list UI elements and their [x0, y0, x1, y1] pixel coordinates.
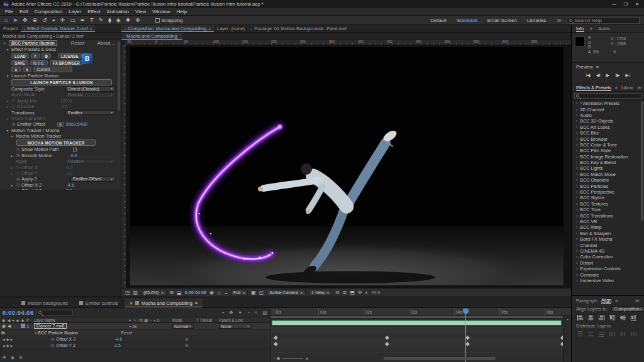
quality-icon[interactable]: ◔	[128, 324, 131, 329]
zoom-tool-icon[interactable]: ⊕	[33, 18, 38, 23]
type-tool-icon[interactable]: T	[90, 18, 94, 23]
effects-category[interactable]: BCC Lights	[572, 165, 644, 171]
effects-category[interactable]: BCC 3D Objects	[572, 118, 644, 124]
workspace-overflow-icon[interactable]: ≫	[557, 18, 562, 23]
effects-category[interactable]: Audio	[572, 112, 644, 118]
clone-stamp-tool-icon[interactable]: ⧫	[108, 18, 111, 23]
effects-category[interactable]: BCC Art Looks	[572, 124, 644, 130]
effects-category[interactable]: BCC Transitions	[572, 212, 644, 218]
playhead-line[interactable]	[465, 308, 466, 362]
eye-toggle[interactable]: ◉	[2, 324, 6, 329]
panel-menu-icon[interactable]: ≡	[90, 27, 92, 31]
viewer-timecode[interactable]: 0:00:04:06	[185, 290, 206, 295]
selection-tool-icon[interactable]: ➤	[13, 18, 18, 23]
eraser-tool-icon[interactable]: ◈	[116, 18, 121, 23]
menu-item[interactable]: Effect	[84, 9, 103, 14]
scrollbar[interactable]	[118, 41, 120, 111]
snapshot-icon[interactable]: ◉	[209, 290, 214, 295]
menu-item[interactable]: Layer	[65, 9, 84, 14]
view-layout-select[interactable]: 1 View▼	[309, 290, 332, 295]
effects-category[interactable]: BCC Match Move	[572, 172, 644, 177]
align-right-icon[interactable]	[597, 314, 606, 321]
channels-icon[interactable]: ◒	[225, 290, 228, 295]
motion-blur-icon[interactable]: ✧	[254, 310, 258, 315]
param-value[interactable]: 0.0	[70, 153, 77, 158]
property-value[interactable]: 2.5	[114, 343, 185, 348]
frame-blending-icon[interactable]: ◔	[247, 310, 250, 315]
exposure-value[interactable]: +0.0	[372, 290, 380, 295]
shape-tool-icon[interactable]: ▭	[70, 18, 75, 23]
work-area-bar[interactable]	[270, 316, 563, 319]
effects-category[interactable]: BCC Warp	[572, 224, 644, 230]
fx-switch-icon[interactable]: /fx	[132, 324, 136, 329]
timeline-tab-emitter-controls[interactable]: Emitter controls	[74, 299, 123, 307]
frame-blending-toggle[interactable]: ✥	[3, 355, 6, 360]
fx-browser-button[interactable]: FX BROWSER	[50, 60, 83, 66]
help-button[interactable]: ?	[31, 53, 40, 59]
workspace-default[interactable]: Default	[431, 18, 447, 23]
horizontal-scrollbar[interactable]	[384, 357, 496, 360]
license-button[interactable]: LICENSE	[58, 53, 81, 59]
next-keyframe-icon[interactable]: ▶	[10, 337, 13, 341]
link-icon[interactable]: ⊘	[185, 337, 189, 342]
effects-category[interactable]: Generate	[572, 272, 644, 277]
stopwatch-icon[interactable]: ◷	[16, 182, 19, 187]
menu-item[interactable]: Edit	[16, 9, 31, 14]
align-horizontal-center-icon[interactable]	[587, 314, 595, 321]
region-of-interest-icon[interactable]: ▣	[251, 290, 256, 295]
prev-keyframe-icon[interactable]: ◀	[3, 344, 5, 348]
effects-search-input[interactable]	[574, 93, 641, 99]
effects-category[interactable]: BCC Browser	[572, 136, 644, 141]
graph-editor-icon[interactable]: ▤	[262, 310, 267, 315]
preset-prev-button[interactable]: ∧	[11, 67, 21, 72]
timeline-tab-motion-background[interactable]: Motion background	[16, 299, 73, 307]
zoom-slider-track[interactable]	[282, 358, 303, 359]
align-to-select[interactable]: Composition▼	[611, 306, 644, 312]
layer-duration-bar[interactable]	[272, 320, 562, 326]
workspace-libraries[interactable]: Libraries	[527, 18, 547, 23]
effects-category[interactable]: BCC Film Style	[572, 148, 644, 153]
effect-name[interactable]: BCC Particle Illusion	[9, 40, 57, 46]
help-search-input[interactable]: Search Help	[567, 17, 640, 24]
effects-category[interactable]: Distort	[572, 260, 644, 266]
panel-menu-icon[interactable]: ≡	[209, 27, 211, 31]
brush-tool-icon[interactable]: ✎	[99, 18, 104, 23]
close-icon[interactable]: ✕	[130, 301, 133, 305]
crosshair-icon[interactable]: ⊕	[57, 122, 64, 127]
align-bottom-icon[interactable]	[630, 314, 638, 321]
home-icon[interactable]: ⌂	[4, 18, 8, 23]
time-ruler[interactable]: 00s01s02s03s04s05s06s	[270, 308, 571, 316]
preset-next-button[interactable]: ∨	[23, 67, 32, 72]
close-button[interactable]: ✕	[635, 2, 639, 7]
transforms-select[interactable]: Emitter▼	[65, 110, 116, 116]
stopwatch-icon[interactable]: ◷	[16, 177, 19, 182]
brainstorm-toggle[interactable]: ⚙	[19, 355, 23, 360]
effects-category[interactable]: BCC Time	[572, 207, 644, 212]
twirl-icon[interactable]: ▾	[6, 47, 9, 52]
magnification-icon[interactable]: ▥	[133, 290, 138, 295]
snapping-control[interactable]: Snapping	[155, 18, 183, 23]
tab-info[interactable]: Info	[576, 26, 584, 32]
effects-category[interactable]: BCC Obsolete	[572, 177, 644, 183]
timeline-timecode[interactable]: 0:00:04:06	[3, 309, 33, 316]
align-vertical-center-icon[interactable]	[619, 314, 627, 321]
effects-category[interactable]: BCC Image Restoration	[572, 154, 644, 160]
timeline-tab-mocha-compositing[interactable]: ✕Mocha and Compositing≡	[125, 299, 203, 307]
panel-menu-icon[interactable]: ≡	[590, 26, 592, 31]
stopwatch-icon[interactable]: ◷	[16, 153, 19, 158]
tab-libraries[interactable]: Librar	[621, 85, 633, 90]
tab-composition[interactable]: ▪ Composition Mocha and Compositing ≡	[121, 25, 214, 32]
twirl-icon[interactable]: ▾	[10, 134, 14, 138]
resolution-select[interactable]: Full▼	[231, 290, 248, 295]
pan-behind-tool-icon[interactable]: ✛	[60, 18, 65, 23]
effects-category[interactable]: BCC Particles	[572, 183, 644, 189]
previous-frame-button[interactable]: ◀I	[596, 73, 600, 78]
tab-effect-controls[interactable]: ▪ Effect Controls Dancer 2.mxf ≡	[21, 25, 95, 32]
stopwatch-icon[interactable]: ◷	[11, 122, 15, 127]
camera-tool-icon[interactable]: ⌖	[52, 18, 55, 23]
prev-keyframe-icon[interactable]: ◀	[3, 337, 5, 341]
mocha-motion-tracker-button[interactable]: MOCHA MOTION TRACKER	[16, 140, 96, 146]
maximize-button[interactable]: ❐	[624, 2, 628, 7]
puppet-pin-tool-icon[interactable]: ✜	[135, 18, 140, 23]
menu-item[interactable]: Composition	[31, 9, 65, 14]
